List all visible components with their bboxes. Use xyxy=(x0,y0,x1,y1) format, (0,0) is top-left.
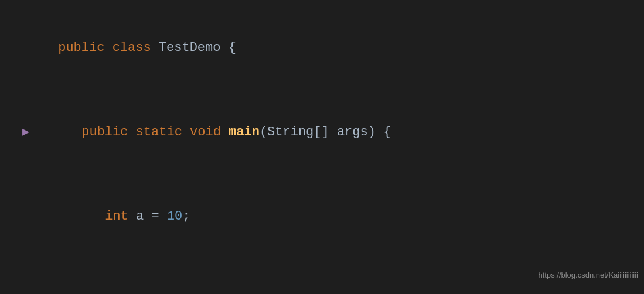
code-line-2: ▶ public static void main(String[] args)… xyxy=(12,90,632,175)
classname: TestDemo xyxy=(159,40,229,55)
keyword-public: public xyxy=(58,40,112,55)
watermark-text: https://blog.csdn.net/Kaiiiiiiiiiiii xyxy=(538,261,638,289)
keyword-static: static xyxy=(136,125,190,139)
code-line-3: int a = 10; xyxy=(12,175,632,259)
keyword-class: class xyxy=(113,40,159,55)
debug-arrow-icon: ▶ xyxy=(22,118,29,146)
type-string: String xyxy=(267,125,314,139)
method-main: main xyxy=(229,125,260,139)
code-editor: public class TestDemo { ▶ public static … xyxy=(0,0,644,294)
keyword-int-a: int xyxy=(105,209,128,224)
keyword-void: void xyxy=(190,125,229,139)
number-10: 10 xyxy=(167,209,182,224)
keyword-public2: public xyxy=(81,125,135,139)
code-line-1: public class TestDemo { xyxy=(12,6,632,90)
